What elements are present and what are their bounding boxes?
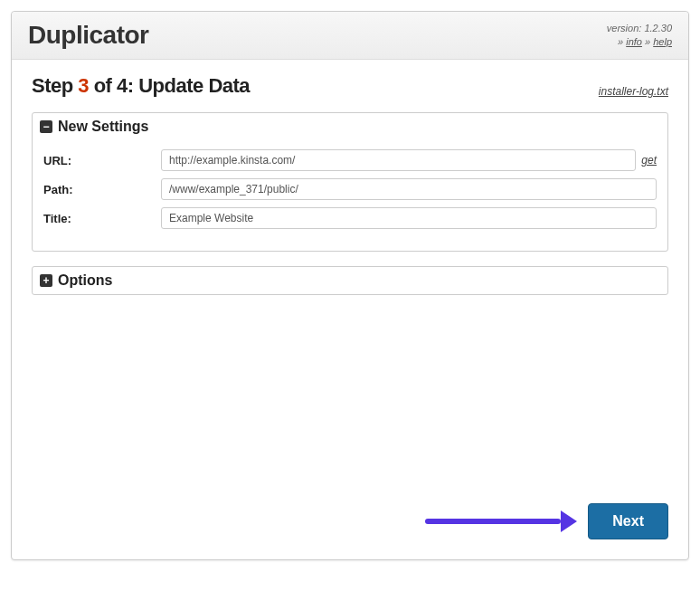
get-link[interactable]: get (641, 154, 657, 167)
step-prefix: Step (32, 74, 78, 97)
new-settings-toggle[interactable]: − New Settings (33, 113, 667, 140)
step-row: Step 3 of 4: Update Data installer-log.t… (32, 74, 668, 98)
title-row: Title: (43, 207, 657, 229)
title-field[interactable] (161, 207, 657, 229)
arrow-annotation (425, 510, 577, 532)
minus-icon: − (40, 120, 52, 133)
header-meta: version: 1.2.30 » info » help (607, 22, 672, 50)
help-link[interactable]: help (653, 36, 672, 47)
arrow-head-icon (561, 510, 577, 532)
title-label: Title: (43, 212, 161, 225)
version-label: version: 1.2.30 (607, 23, 672, 33)
footer-row: Next (32, 503, 668, 539)
url-field[interactable] (161, 149, 636, 171)
options-panel: + Options (32, 266, 668, 295)
step-middle: of 4: (89, 74, 138, 97)
app-title: Duplicator (28, 21, 148, 50)
path-row: Path: (43, 178, 657, 200)
new-settings-panel: − New Settings URL: get Path: Title: (32, 112, 668, 252)
arrow-line-icon (425, 519, 561, 524)
next-button[interactable]: Next (588, 503, 668, 539)
info-link[interactable]: info (626, 36, 642, 47)
new-settings-body: URL: get Path: Title: (33, 140, 667, 251)
path-label: Path: (43, 183, 161, 196)
body-area: Step 3 of 4: Update Data installer-log.t… (12, 60, 688, 559)
options-title: Options (58, 272, 112, 289)
step-title: Step 3 of 4: Update Data (32, 74, 250, 98)
new-settings-title: New Settings (58, 119, 148, 135)
url-row: URL: get (43, 149, 657, 171)
installer-frame: Duplicator version: 1.2.30 » info » help… (11, 11, 689, 560)
header-bar: Duplicator version: 1.2.30 » info » help (12, 12, 688, 60)
url-label: URL: (43, 154, 161, 167)
step-name: Update Data (138, 74, 250, 97)
options-toggle[interactable]: + Options (33, 267, 667, 294)
plus-icon: + (40, 274, 52, 287)
step-number: 3 (78, 74, 89, 97)
path-field[interactable] (161, 178, 657, 200)
installer-log-link[interactable]: installer-log.txt (599, 85, 668, 98)
